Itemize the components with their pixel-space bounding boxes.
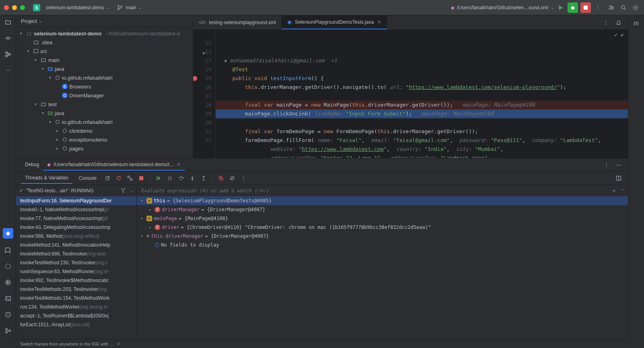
frame-row[interactable]: forEach:1511, ArrayList (java.util) <box>16 320 136 329</box>
tree-root[interactable]: ▾ ▢ selenium-lambdatest-demo ~/Github/se… <box>16 29 193 38</box>
debug-button[interactable] <box>568 2 578 13</box>
editor-tab[interactable]: </>testng-seleniumplayground.xml <box>193 15 282 29</box>
variable-row[interactable]: ▾⌘this.driverManager = {DriverManager@40… <box>137 232 628 241</box>
frame-row[interactable]: invoke:568, Method (java.lang.reflect) <box>16 232 136 241</box>
pause-icon[interactable] <box>165 174 174 183</box>
tree-item[interactable]: ▾test <box>16 100 193 109</box>
toolbar-more-icon[interactable]: ⋮ <box>239 174 248 183</box>
structure-tool-icon[interactable] <box>4 50 12 59</box>
mute-breakpoints-icon[interactable] <box>228 174 237 183</box>
rerun-debug-icon[interactable] <box>114 174 123 183</box>
variables-tree[interactable]: ▾≡this = {SeleniumPlaygroundDemoTests@40… <box>137 196 628 339</box>
more-tool-icon[interactable]: ⋯ <box>4 66 12 75</box>
titlebar-right <box>607 3 640 12</box>
resume-icon[interactable] <box>154 174 163 183</box>
minimize-window-button[interactable] <box>12 5 17 10</box>
tab-more-icon[interactable]: ⋮ <box>601 18 610 27</box>
frame-row[interactable]: runInSequence:63, MethodRunner (org.te: <box>16 267 136 276</box>
frame-row[interactable]: invoke:992, TestInvoker$MethodInvocatic <box>16 276 136 285</box>
filter-icon[interactable] <box>119 186 128 195</box>
frame-row[interactable]: invoke0:-1, NativeMethodAccessorImpl (jc <box>16 205 136 214</box>
tab-console[interactable]: Console <box>75 173 101 183</box>
services-tool-icon[interactable] <box>4 262 12 271</box>
project-panel-header[interactable]: Project ⌄ <box>16 15 193 27</box>
branch-dropdown[interactable]: main ⌄ <box>112 2 144 14</box>
frame-row[interactable]: invokeMethod:141, MethodInvocationHelp <box>16 241 136 249</box>
frame-row[interactable]: invoke:43, DelegatingMethodAccessorImp <box>16 223 136 232</box>
stop-button[interactable] <box>580 2 591 13</box>
project-tool-icon[interactable] <box>4 18 12 27</box>
debug-run-config-tab[interactable]: ◆ /Users/faisalkhatri/Github/selenium-la… <box>43 159 185 171</box>
tree-item[interactable]: ▾java <box>16 109 193 117</box>
frame-row[interactable]: accept:-1, TestRunner$$Lambda$205/0x( <box>16 311 136 320</box>
close-window-button[interactable] <box>4 5 9 10</box>
frame-row[interactable]: invokeTestMethods:154, TestMethodWork <box>16 294 136 303</box>
svg-rect-28 <box>130 178 132 180</box>
frame-row[interactable]: testInputForm:16, SeleniumPlaygroundDer <box>16 196 136 205</box>
problems-tool-icon[interactable] <box>4 310 12 319</box>
add-watch-icon[interactable]: + <box>609 186 618 195</box>
project-panel-title: Project <box>21 18 37 24</box>
tree-item[interactable]: ▾main <box>16 56 193 64</box>
minimize-panel-icon[interactable]: — <box>614 161 623 169</box>
variable-row[interactable]: ⓘNo fields to display <box>137 241 628 249</box>
stop-debug-icon[interactable] <box>137 174 146 183</box>
search-icon[interactable] <box>619 3 628 12</box>
tree-item[interactable]: .idea <box>16 38 193 47</box>
vcs-tool-icon[interactable] <box>4 326 12 335</box>
tab-threads-variables[interactable]: Threads & Variables <box>21 173 72 184</box>
step-into-icon[interactable] <box>188 174 197 183</box>
debug-label[interactable]: Debug <box>21 159 43 171</box>
run-tool-icon[interactable] <box>4 278 12 287</box>
tree-item[interactable]: ▾io.github.mfaisalkhatri <box>16 73 193 82</box>
frame-row[interactable]: invokeTestMethod:230, TestInvoker (org.t <box>16 258 136 267</box>
run-button[interactable] <box>556 3 565 12</box>
maven-tool-icon[interactable]: m <box>632 19 641 27</box>
variable-row[interactable]: ▾≡mainPage = {MainPage@4108} <box>137 214 628 223</box>
variable-row[interactable]: ▸fdriverManager = {DriverManager@4087} <box>137 205 628 214</box>
terminal-tool-icon[interactable] <box>4 294 12 303</box>
code-with-me-icon[interactable] <box>607 3 616 12</box>
rerun-icon[interactable] <box>103 174 112 183</box>
step-over-icon[interactable] <box>177 174 186 183</box>
editor-tab[interactable]: ◉SeleniumPlaygroundDemoTests.java✕ <box>282 15 387 29</box>
tree-item[interactable]: ▸exceptionsdemo <box>16 135 193 144</box>
frames-header[interactable]: ✔ "TestNG-tests…ain": RUNNING ⌄ <box>16 185 136 196</box>
frame-row[interactable]: run:134, TestMethodWorker (org.testng.in <box>16 303 136 311</box>
tree-item[interactable]: ▸pages <box>16 144 193 153</box>
modify-run-icon[interactable] <box>126 174 134 183</box>
more-run-icon[interactable]: ⋮ <box>593 3 602 12</box>
commit-tool-icon[interactable] <box>4 34 12 43</box>
close-tab-icon[interactable]: ✕ <box>377 19 381 25</box>
inspection-check-icon[interactable]: ✔ <box>621 31 624 39</box>
tree-item[interactable]: ▾io.github.mfaisalkhatri <box>16 117 193 126</box>
close-icon[interactable]: ✕ <box>177 162 181 167</box>
tree-item[interactable]: CDriverManager <box>16 91 193 100</box>
settings-icon[interactable] <box>631 3 640 12</box>
debug-tool-icon[interactable] <box>3 228 13 239</box>
chevron-down-icon[interactable]: ⌄ <box>621 186 624 195</box>
frame-row[interactable]: invokeTestMethods:203, TestInvoker (org <box>16 285 136 294</box>
layout-icon[interactable] <box>614 174 623 183</box>
debug-more-icon[interactable]: ⋮ <box>602 161 611 169</box>
close-tip-icon[interactable]: ✕ <box>116 341 120 347</box>
chevron-down-icon[interactable]: ⌄ <box>130 189 133 193</box>
frame-row[interactable]: invokeMethod:686, TestInvoker (org.testr <box>16 249 136 258</box>
variable-row[interactable]: ▾≡this = {SeleniumPlaygroundDemoTests@40… <box>137 196 628 205</box>
bookmarks-tool-icon[interactable] <box>4 246 12 255</box>
tree-item[interactable]: ▸clickdemo <box>16 126 193 135</box>
maximize-window-button[interactable] <box>20 5 25 10</box>
step-out-icon[interactable] <box>199 174 208 183</box>
project-dropdown[interactable]: selenium-lambdatest-demo ⌄ <box>43 3 112 12</box>
evaluate-expression-input[interactable]: Evaluate expression (⌘) or add a watch (… <box>137 185 628 196</box>
frame-row[interactable]: invoke:77, NativeMethodAccessorImpl (jd <box>16 214 136 223</box>
svg-point-32 <box>181 179 182 180</box>
variable-row[interactable]: ▸fdriver = {ChromeDriver@4110} "ChromeDr… <box>137 223 628 232</box>
debug-body: ✔ "TestNG-tests…ain": RUNNING ⌄ testInpu… <box>16 185 628 339</box>
inspection-ok-icon[interactable]: ✔ <box>614 31 617 39</box>
view-breakpoints-icon[interactable] <box>217 174 225 183</box>
tree-item[interactable]: ▾src <box>16 47 193 56</box>
tree-item[interactable]: EBrowsers <box>16 82 193 91</box>
notifications-icon[interactable] <box>614 18 623 27</box>
tree-item[interactable]: ▾java <box>16 64 193 73</box>
